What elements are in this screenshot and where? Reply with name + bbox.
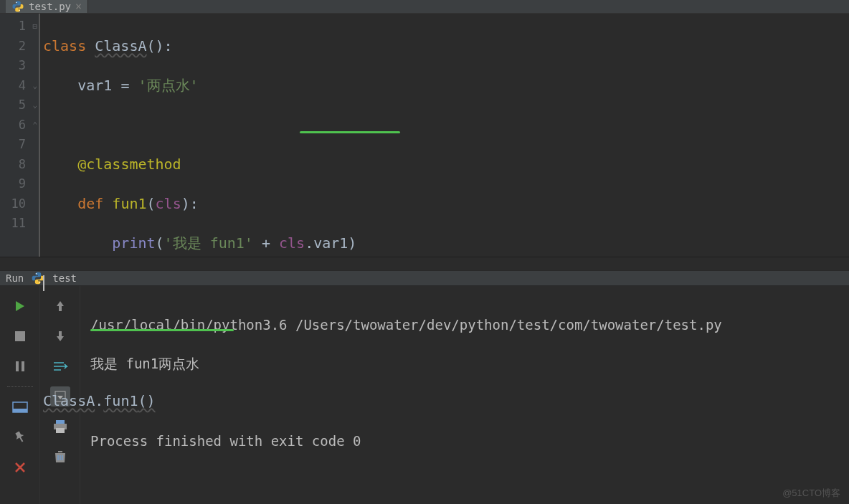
- highlight-underline: [90, 329, 234, 331]
- layout-settings-button[interactable]: [10, 397, 30, 417]
- output-line: 我是 fun1两点水: [90, 354, 845, 374]
- svg-rect-4: [15, 331, 25, 341]
- line-number: 6: [0, 115, 26, 135]
- close-run-button[interactable]: [10, 457, 30, 477]
- line-number: 9: [0, 174, 26, 194]
- code-editor[interactable]: class ClassA(): var1 = '两点水' @classmetho…: [39, 14, 849, 257]
- line-number: 8: [0, 155, 26, 175]
- rerun-button[interactable]: [10, 296, 30, 316]
- line-number: 11: [0, 214, 26, 234]
- svg-rect-6: [22, 361, 24, 371]
- pin-button[interactable]: [10, 427, 30, 447]
- python-file-icon: [11, 0, 24, 13]
- close-tab-icon[interactable]: ×: [75, 0, 82, 13]
- line-number: 2: [0, 37, 26, 57]
- editor-caret: [43, 275, 44, 291]
- line-number: 10: [0, 194, 26, 214]
- line-number: 4: [0, 76, 26, 96]
- run-toolwindow-body: /usr/local/bin/python3.6 /Users/twowater…: [0, 286, 849, 504]
- line-number: 5: [0, 95, 26, 115]
- editor-area: 1 2 3 4 5 6 7 8 9 10 11 ⊟⌄⌄⌃ class Class…: [0, 14, 849, 257]
- file-tab[interactable]: test.py ×: [6, 0, 88, 13]
- run-toolbar-left: [0, 286, 40, 504]
- output-exit-status: Process finished with exit code 0: [90, 432, 845, 451]
- file-tab-label: test.py: [29, 1, 71, 12]
- output-command: /usr/local/bin/python3.6 /Users/twowater…: [90, 315, 845, 335]
- stop-button[interactable]: [10, 326, 30, 346]
- svg-rect-5: [16, 361, 19, 371]
- line-number: 7: [0, 135, 26, 155]
- run-output[interactable]: /usr/local/bin/python3.6 /Users/twowater…: [80, 286, 849, 504]
- run-label: Run: [6, 272, 24, 284]
- highlight-underline: [300, 131, 400, 133]
- svg-point-3: [39, 282, 41, 284]
- svg-point-0: [16, 2, 16, 3]
- line-number: 3: [0, 56, 26, 76]
- pause-button[interactable]: [10, 356, 30, 376]
- line-number: 1: [0, 16, 26, 37]
- watermark: @51CTO博客: [782, 487, 840, 500]
- svg-point-1: [19, 10, 20, 11]
- svg-point-2: [36, 273, 37, 275]
- editor-tab-bar: test.py ×: [0, 0, 849, 14]
- svg-rect-8: [13, 409, 27, 412]
- line-number-gutter: 1 2 3 4 5 6 7 8 9 10 11 ⊟⌄⌄⌃: [0, 14, 39, 257]
